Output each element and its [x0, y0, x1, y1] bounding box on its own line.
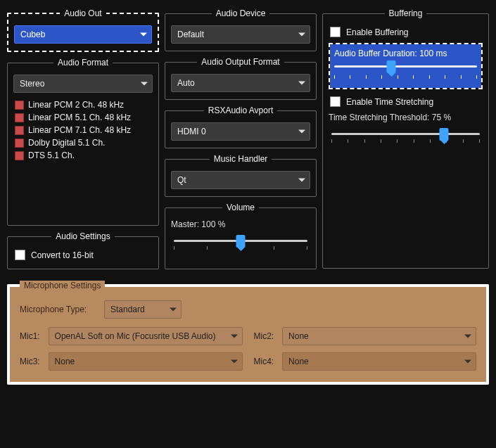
list-item[interactable]: Dolby Digital 5.1 Ch.	[13, 136, 153, 149]
list-item-label: Linear PCM 2 Ch. 48 kHz	[28, 100, 124, 110]
chevron-down-icon	[464, 360, 471, 364]
chevron-down-icon	[231, 360, 238, 364]
audio-device-combo[interactable]: Default	[171, 25, 310, 44]
rsx-avport-group: RSXAudio Avport HDMI 0	[165, 105, 317, 148]
square-icon	[15, 139, 24, 148]
square-icon	[15, 113, 24, 122]
mic1-combo[interactable]: OpenAL Soft on Mic (Focusrite USB Audio)	[49, 327, 243, 345]
buffer-duration-wrap: Audio Buffer Duration: 100 ms	[329, 43, 483, 89]
audio-settings-group: Audio Settings Convert to 16-bit	[7, 231, 159, 269]
list-item-label: DTS 5.1 Ch.	[28, 151, 75, 160]
buffer-duration-slider[interactable]: Audio Buffer Duration: 100 ms	[330, 44, 481, 88]
list-item[interactable]: Linear PCM 2 Ch. 48 kHz	[13, 98, 153, 111]
microphone-settings-legend: Microphone Settings	[20, 281, 105, 290]
checkbox-icon[interactable]	[330, 27, 341, 37]
square-icon	[15, 151, 24, 160]
convert-16bit-row[interactable]: Convert to 16-bit	[13, 248, 153, 262]
audio-format-legend: Audio Format	[53, 58, 113, 68]
mic4-combo[interactable]: None	[282, 352, 476, 371]
rsx-avport-value: HDMI 0	[177, 127, 206, 136]
enable-stretch-row[interactable]: Enable Time Stretching	[329, 95, 483, 108]
chevron-down-icon	[170, 308, 177, 312]
audio-settings-legend: Audio Settings	[51, 231, 114, 241]
chevron-down-icon	[298, 82, 305, 85]
square-icon	[15, 126, 24, 135]
volume-legend: Volume	[222, 203, 259, 212]
chevron-down-icon	[298, 179, 305, 182]
mic2-combo[interactable]: None	[282, 327, 476, 345]
mic3-label: Mic3:	[20, 357, 43, 366]
convert-16bit-label: Convert to 16-bit	[31, 250, 94, 260]
music-handler-combo[interactable]: Qt	[171, 171, 310, 189]
volume-master-label: Master: 100 %	[171, 219, 310, 229]
mic-type-combo[interactable]: Standard	[104, 300, 182, 319]
list-item-label: Linear PCM 7.1 Ch. 48 kHz	[28, 125, 131, 135]
chevron-down-icon	[464, 335, 471, 338]
audio-device-value: Default	[177, 30, 204, 39]
enable-buffering-label: Enable Buffering	[346, 27, 409, 37]
chevron-down-icon	[141, 82, 148, 86]
enable-stretch-label: Enable Time Stretching	[346, 97, 433, 107]
chevron-down-icon	[140, 33, 147, 37]
mic3-combo[interactable]: None	[49, 352, 243, 371]
audio-out-legend: Audio Out	[60, 8, 106, 18]
audio-out-group: Audio Out Cubeb	[7, 8, 159, 52]
volume-slider[interactable]	[171, 232, 310, 252]
mic3-value: None	[55, 357, 75, 366]
list-item-label: Linear PCM 5.1 Ch. 48 kHz	[28, 113, 131, 122]
mic-type-label: Microphone Type:	[20, 305, 97, 314]
chevron-down-icon	[298, 33, 305, 37]
buffering-group: Buffering Enable Buffering Audio Buffer …	[322, 8, 489, 269]
audio-device-legend: Audio Device	[212, 8, 270, 18]
audio-format-value: Stereo	[20, 79, 44, 89]
slider-thumb[interactable]	[236, 235, 246, 248]
slider-ticks	[334, 75, 477, 81]
checkbox-icon[interactable]	[330, 96, 341, 107]
music-handler-value: Qt	[177, 175, 186, 185]
audio-format-combo[interactable]: Stereo	[13, 75, 153, 93]
audio-out-combo[interactable]: Cubeb	[14, 25, 152, 44]
audio-format-group: Audio Format Stereo Linear PCM 2 Ch. 48 …	[7, 58, 159, 226]
chevron-down-icon	[231, 335, 238, 338]
music-handler-legend: Music Handler	[210, 154, 272, 164]
list-item[interactable]: DTS 5.1 Ch.	[13, 149, 153, 162]
list-item[interactable]: Linear PCM 5.1 Ch. 48 kHz	[13, 111, 153, 124]
square-icon	[15, 101, 24, 110]
slider-track	[331, 133, 480, 135]
slider-thumb[interactable]	[440, 128, 449, 141]
list-item[interactable]: Linear PCM 7.1 Ch. 48 kHz	[13, 124, 153, 136]
mic-type-value: Standard	[110, 305, 145, 314]
audio-output-format-group: Audio Output Format Auto	[165, 57, 317, 100]
mic1-value: OpenAL Soft on Mic (Focusrite USB Audio)	[55, 331, 216, 341]
buffering-legend: Buffering	[385, 8, 427, 18]
mic4-label: Mic4:	[254, 357, 277, 366]
audio-output-format-legend: Audio Output Format	[197, 57, 284, 67]
audio-device-group: Audio Device Default	[165, 8, 317, 51]
mic2-value: None	[288, 331, 309, 341]
mic4-value: None	[288, 357, 309, 366]
enable-buffering-row[interactable]: Enable Buffering	[329, 25, 483, 39]
rsx-avport-legend: RSXAudio Avport	[204, 105, 278, 115]
music-handler-group: Music Handler Qt	[165, 154, 317, 197]
slider-track	[334, 65, 477, 68]
chevron-down-icon	[298, 130, 305, 134]
mic2-label: Mic2:	[254, 331, 277, 341]
slider-thumb[interactable]	[387, 60, 396, 73]
slider-ticks	[331, 139, 480, 145]
list-item-label: Dolby Digital 5.1 Ch.	[28, 138, 105, 148]
rsx-avport-combo[interactable]: HDMI 0	[171, 122, 310, 141]
audio-output-format-combo[interactable]: Auto	[171, 74, 310, 92]
audio-output-format-value: Auto	[177, 78, 195, 88]
checkbox-icon[interactable]	[15, 250, 25, 260]
stretch-thresh-slider[interactable]	[329, 125, 483, 145]
stretch-thresh-label: Time Stretching Threshold: 75 %	[329, 113, 483, 122]
microphone-settings-group: Microphone Settings Microphone Type: Sta…	[7, 281, 489, 385]
audio-out-value: Cubeb	[20, 30, 45, 39]
audio-format-list: Linear PCM 2 Ch. 48 kHz Linear PCM 5.1 C…	[13, 98, 153, 162]
volume-group: Volume Master: 100 %	[165, 203, 317, 269]
buffer-duration-label: Audio Buffer Duration: 100 ms	[334, 49, 477, 58]
mic1-label: Mic1:	[20, 331, 43, 341]
